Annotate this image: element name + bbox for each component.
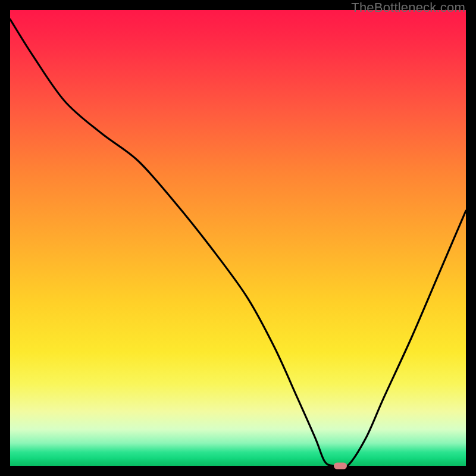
gradient-plot-area [10, 10, 466, 466]
optimal-marker [334, 463, 347, 469]
chart-frame: TheBottleneck.com [0, 0, 476, 476]
watermark-text: TheBottleneck.com [351, 0, 465, 15]
